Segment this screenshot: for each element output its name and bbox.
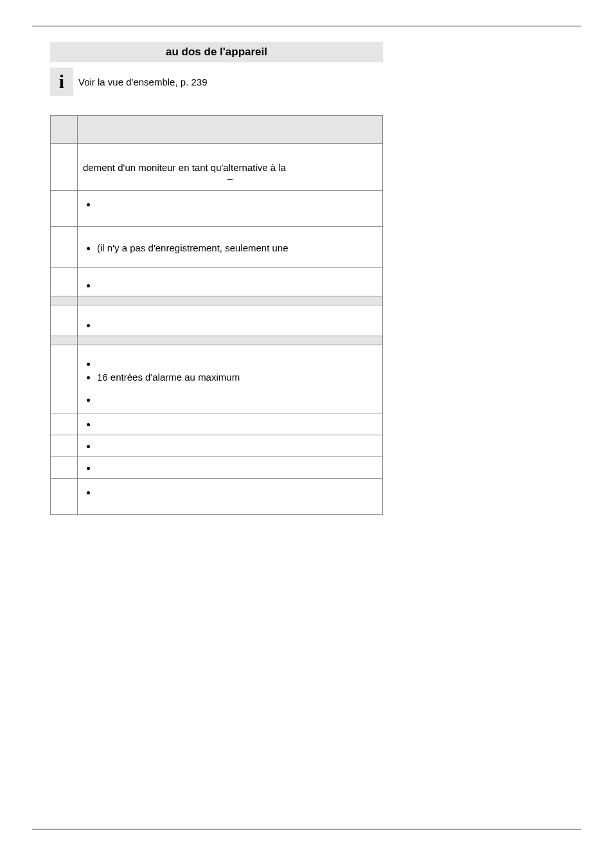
row-desc: (il n'y a pas d'enregistrement, seulemen… <box>78 227 383 268</box>
section-title-bar: au dos de l'appareil <box>50 42 383 62</box>
row1-dash: – <box>83 173 377 184</box>
top-rule <box>32 26 581 26</box>
table-row <box>51 479 383 515</box>
row-desc <box>78 191 383 227</box>
table-row: 16 entrées d'alarme au maximum <box>51 345 383 413</box>
table-subbar <box>51 336 383 345</box>
list-item <box>97 485 377 499</box>
list-item <box>97 461 377 475</box>
table-row <box>51 435 383 457</box>
row3-text: (il n'y a pas d'enregistrement, seulemen… <box>97 242 289 253</box>
list-item <box>97 197 377 211</box>
list-item <box>97 318 377 332</box>
list-item <box>97 393 377 406</box>
row-num <box>51 345 78 413</box>
connectors-table: dement d'un moniteur en tant qu'alternat… <box>50 115 383 515</box>
table-subbar <box>51 296 383 305</box>
row-desc <box>78 479 383 515</box>
info-text: Voir la vue d'ensemble, p. 239 <box>78 77 208 87</box>
row-desc <box>78 305 383 336</box>
row-desc: dement d'un moniteur en tant qu'alternat… <box>78 144 383 191</box>
table-row <box>51 191 383 227</box>
bottom-rule <box>32 829 581 829</box>
list-item <box>97 357 377 370</box>
row-desc <box>78 457 383 479</box>
table-row <box>51 457 383 479</box>
row-num <box>51 227 78 268</box>
row-num <box>51 268 78 296</box>
section-title: au dos de l'appareil <box>166 46 267 58</box>
row-desc <box>78 268 383 296</box>
row-desc <box>78 413 383 435</box>
row-num <box>51 435 78 457</box>
row-num <box>51 479 78 515</box>
row-num <box>51 413 78 435</box>
table-row <box>51 413 383 435</box>
table-row: (il n'y a pas d'enregistrement, seulemen… <box>51 227 383 268</box>
row-num <box>51 457 78 479</box>
info-icon: i <box>59 72 64 91</box>
table-header-row <box>51 116 383 144</box>
row-num <box>51 191 78 227</box>
info-icon-box: i <box>50 68 73 96</box>
row-desc <box>78 435 383 457</box>
list-item: (il n'y a pas d'enregistrement, seulemen… <box>97 241 377 255</box>
row-desc: 16 entrées d'alarme au maximum <box>78 345 383 413</box>
list-item <box>97 417 377 431</box>
row-num <box>51 144 78 191</box>
header-col-desc <box>78 116 383 144</box>
list-item: 16 entrées d'alarme au maximum <box>97 370 377 384</box>
row1-line1: dement d'un moniteur en tant qu'alternat… <box>83 162 377 173</box>
row-num <box>51 305 78 336</box>
header-col-num <box>51 116 78 144</box>
table-row <box>51 305 383 336</box>
table-row <box>51 268 383 296</box>
list-item <box>97 439 377 453</box>
info-row: i Voir la vue d'ensemble, p. 239 <box>50 68 581 96</box>
table-row: dement d'un moniteur en tant qu'alternat… <box>51 144 383 191</box>
list-item <box>97 278 377 292</box>
